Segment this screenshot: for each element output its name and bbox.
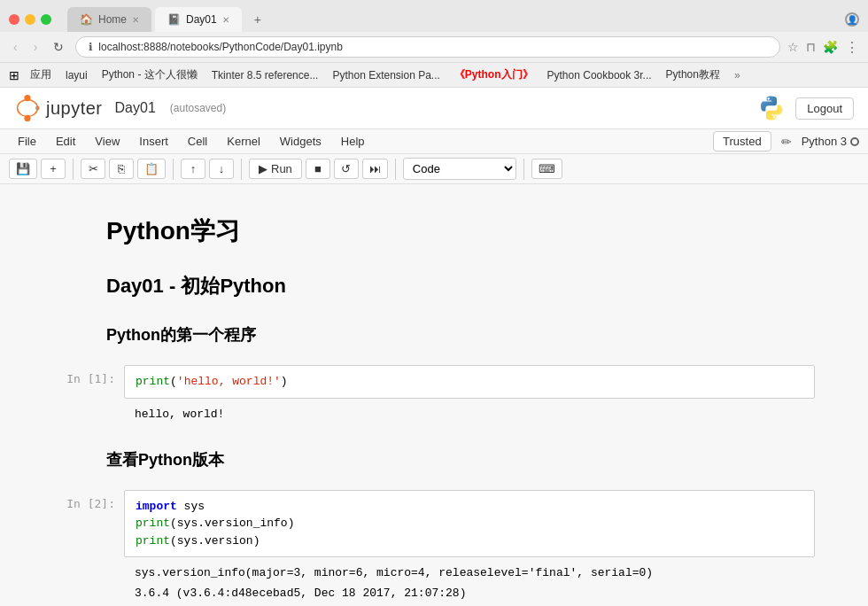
menu-widgets[interactable]: Widgets	[271, 131, 330, 152]
browser-chrome: 🏠 Home ✕ 📓 Day01 ✕ + 👤 ‹ › ↻ ℹ localhost…	[0, 0, 868, 88]
bookmarks-bar: ⊞ 应用 layui Python - 这个人很懒 Tkinter 8.5 re…	[0, 63, 868, 88]
run-label: Run	[271, 162, 292, 175]
cut-button[interactable]: ✂	[81, 159, 105, 179]
cell2-body: import sys print(sys.version_info) print…	[124, 490, 815, 607]
profile-icon[interactable]: 👤	[845, 12, 859, 27]
bookmark-cookbook[interactable]: Python Cookbook 3r...	[544, 67, 655, 83]
menu-insert[interactable]: Insert	[130, 131, 177, 152]
jupyter-logo: jupyter	[14, 95, 103, 121]
secure-icon: ℹ	[89, 41, 93, 53]
autosaved-status: (autosaved)	[170, 102, 226, 114]
cell2-output: sys.version_info(major=3, minor=6, micro…	[124, 557, 815, 606]
cell-type-select[interactable]: Code Markdown Raw NBConvert Heading	[403, 158, 516, 180]
jupyter-brand-text: jupyter	[46, 98, 103, 119]
add-cell-button[interactable]: +	[41, 159, 66, 179]
bookmark-python-lazy[interactable]: Python - 这个人很懒	[98, 66, 201, 84]
code2-print1: print	[136, 517, 170, 530]
menu-file[interactable]: File	[9, 131, 45, 152]
stop-button[interactable]: ■	[306, 159, 330, 179]
code2-print2: print	[136, 534, 170, 548]
jupyter-menubar: File Edit View Insert Cell Kernel Widget…	[0, 129, 868, 154]
cell1-output-text: hello, world!	[135, 404, 804, 424]
day01-tab-close[interactable]: ✕	[222, 15, 229, 25]
kernel-circle-icon	[850, 137, 859, 146]
kernel-label: Python 3	[802, 135, 847, 148]
notebook-content: Python学习 Day01 - 初始Python Python的第一个程序 I…	[0, 184, 868, 606]
back-button[interactable]: ‹	[9, 38, 22, 56]
move-down-button[interactable]: ↓	[209, 159, 234, 179]
toolbar-separator-4	[395, 159, 396, 180]
close-button[interactable]	[9, 14, 19, 25]
extensions-icon[interactable]: 🧩	[823, 40, 838, 54]
url-text: localhost:8888/notebooks/PythonCode/Day0…	[98, 41, 343, 53]
markdown-section1: Python的第一个程序	[35, 312, 833, 358]
cast-icon[interactable]: ⊓	[806, 40, 816, 54]
run-icon: ▶	[259, 162, 267, 175]
bookmark-python-intro[interactable]: 《Python入门》	[451, 66, 537, 84]
bookmark-python-ext[interactable]: Python Extension Pa...	[329, 67, 443, 83]
reload-button[interactable]: ↻	[49, 38, 68, 56]
svg-point-3	[18, 99, 38, 116]
logout-button[interactable]: Logout	[795, 97, 854, 120]
menu-cell[interactable]: Cell	[179, 131, 216, 152]
jupyter-logo-icon	[14, 95, 41, 121]
home-tab-close[interactable]: ✕	[132, 15, 139, 25]
restart-run-button[interactable]: ⏭	[362, 159, 388, 179]
bookmark-apps[interactable]: 应用	[27, 66, 55, 84]
url-bar[interactable]: ℹ localhost:8888/notebooks/PythonCode/Da…	[75, 36, 780, 58]
cell-container: Python学习 Day01 - 初始Python Python的第一个程序 I…	[35, 202, 833, 606]
run-button[interactable]: ▶ Run	[249, 159, 302, 179]
traffic-lights	[9, 14, 51, 25]
toolbar-separator-2	[173, 159, 174, 180]
address-bar: ‹ › ↻ ℹ localhost:8888/notebooks/PythonC…	[0, 32, 868, 63]
more-bookmarks-icon[interactable]: »	[734, 69, 740, 82]
bookmark-layui[interactable]: layui	[62, 67, 91, 83]
markdown-title: Python学习	[35, 202, 833, 260]
keyboard-shortcuts-button[interactable]: ⌨	[531, 159, 562, 179]
cell2-line1: import sys	[136, 498, 803, 516]
bookmark-tkinter[interactable]: Tkinter 8.5 reference...	[208, 67, 322, 83]
cell2-input[interactable]: import sys print(sys.version_info) print…	[124, 490, 815, 558]
tab-list: 🏠 Home ✕ 📓 Day01 ✕ +	[67, 7, 270, 32]
bookmark-python-tutorial[interactable]: Python教程	[663, 66, 724, 84]
menu-kernel[interactable]: Kernel	[218, 131, 269, 152]
bookmark-star-icon[interactable]: ☆	[787, 40, 799, 54]
move-up-button[interactable]: ↑	[181, 159, 205, 179]
restart-button[interactable]: ↺	[334, 159, 359, 179]
tab-home[interactable]: 🏠 Home ✕	[67, 7, 151, 32]
jupyter-logo-area: jupyter Day01 (autosaved)	[14, 95, 226, 121]
save-button[interactable]: 💾	[9, 159, 37, 179]
notebook-subtitle: Day01 - 初始Python	[106, 273, 815, 299]
menu-view[interactable]: View	[86, 131, 128, 152]
code-cell-2[interactable]: In [2]: import sys print(sys.version_inf…	[53, 490, 815, 607]
menu-edit[interactable]: Edit	[47, 131, 84, 152]
cell2-line2: print(sys.version_info)	[136, 515, 803, 532]
tab-day01[interactable]: 📓 Day01 ✕	[155, 7, 242, 32]
home-tab-label: Home	[98, 13, 127, 26]
jupyter-toolbar: 💾 + ✂ ⎘ 📋 ↑ ↓ ▶ Run ■ ↺ ⏭ Code Markdown …	[0, 154, 868, 184]
edit-pencil-icon[interactable]: ✏	[777, 133, 796, 151]
forward-button[interactable]: ›	[29, 38, 43, 56]
apps-icon[interactable]: ⊞	[9, 68, 19, 82]
cell1-input[interactable]: print('hello, world!')	[124, 365, 815, 399]
trusted-button[interactable]: Trusted	[713, 131, 771, 152]
menu-help[interactable]: Help	[332, 131, 374, 152]
cell2-output-line1: sys.version_info(major=3, minor=6, micro…	[135, 563, 804, 583]
new-tab-button[interactable]: +	[245, 7, 270, 32]
minimize-button[interactable]	[25, 14, 35, 25]
jupyter-container: jupyter Day01 (autosaved)	[0, 88, 868, 606]
jupyter-header: jupyter Day01 (autosaved)	[0, 88, 868, 129]
cell1-body: print('hello, world!') hello, world!	[124, 365, 815, 430]
code1-string: 'hello, world!'	[177, 375, 281, 388]
toolbar-separator-3	[241, 159, 242, 180]
notebook-name[interactable]: Day01	[115, 100, 156, 116]
copy-button[interactable]: ⎘	[109, 159, 134, 179]
maximize-button[interactable]	[41, 14, 51, 25]
menu-dots-icon[interactable]: ⋮	[845, 39, 859, 56]
code1-print: print	[136, 375, 170, 388]
cell2-line3: print(sys.version)	[136, 532, 803, 550]
day01-tab-label: Day01	[186, 13, 217, 26]
paste-button[interactable]: 📋	[137, 159, 166, 179]
toolbar-separator-1	[73, 159, 74, 180]
code-cell-1[interactable]: In [1]: print('hello, world!') hello, wo…	[53, 365, 815, 430]
